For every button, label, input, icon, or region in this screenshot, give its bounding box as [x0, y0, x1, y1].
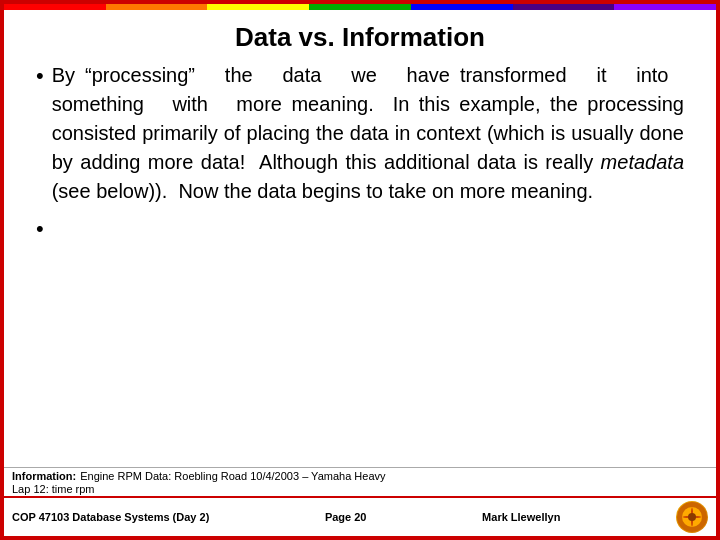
bullet-icon: • [36, 63, 44, 89]
slide-title: Data vs. Information [4, 10, 716, 61]
svg-point-2 [688, 513, 696, 521]
info-row-1: Information: Engine RPM Data: Roebling R… [12, 470, 708, 482]
main-bullet-item: • By “processing” the data we have trans… [36, 61, 684, 206]
info-label-1: Information: [12, 470, 76, 482]
empty-bullet-item: • [36, 216, 684, 242]
slide: Data vs. Information • By “processing” t… [0, 0, 720, 540]
footer: COP 47103 Database Systems (Day 2) Page … [4, 496, 716, 536]
footer-author: Mark Llewellyn [482, 511, 560, 523]
info-row-2: Lap 12: time rpm [12, 483, 708, 495]
info-value-2: Lap 12: time rpm [12, 483, 95, 495]
logo-icon [676, 501, 708, 533]
bottom-info-section: Information: Engine RPM Data: Roebling R… [4, 467, 716, 496]
empty-bullet-icon: • [36, 216, 44, 242]
footer-logo [676, 501, 708, 533]
footer-course: COP 47103 Database Systems (Day 2) [12, 511, 209, 523]
footer-page: Page 20 [325, 511, 367, 523]
main-bullet-text: By “processing” the data we have transfo… [52, 61, 684, 206]
slide-content: • By “processing” the data we have trans… [4, 61, 716, 467]
info-value-1: Engine RPM Data: Roebling Road 10/4/2003… [80, 470, 385, 482]
